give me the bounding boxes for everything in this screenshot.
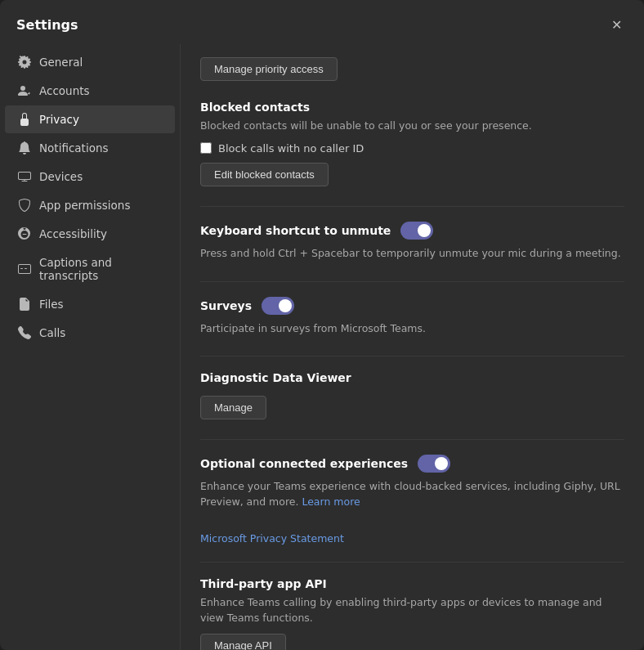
- diagnostic-section: Diagnostic Data Viewer Manage: [200, 371, 624, 419]
- shield-icon: [18, 199, 31, 212]
- sidebar-label-accounts: Accounts: [39, 84, 90, 97]
- dialog-body: General Accounts Privacy N: [0, 44, 644, 650]
- diagnostic-title: Diagnostic Data Viewer: [200, 371, 624, 384]
- optional-experiences-desc-text: Enhance your Teams experience with cloud…: [200, 480, 620, 508]
- surveys-title: Surveys: [200, 299, 252, 312]
- block-calls-checkbox[interactable]: [200, 142, 212, 154]
- files-icon: [18, 298, 31, 311]
- sidebar-label-general: General: [39, 56, 83, 69]
- sidebar-item-devices[interactable]: Devices: [5, 163, 175, 191]
- optional-experiences-section: Optional connected experiences Enhance y…: [200, 455, 624, 510]
- keyboard-shortcut-section: Keyboard shortcut to unmute Press and ho…: [200, 222, 624, 262]
- sidebar-label-files: Files: [39, 298, 64, 311]
- sidebar-label-devices: Devices: [39, 170, 83, 183]
- divider-5: [200, 562, 624, 563]
- surveys-desc: Participate in surveys from Microsoft Te…: [200, 321, 624, 337]
- devices-icon: [18, 170, 31, 183]
- bell-icon: [18, 141, 31, 155]
- block-calls-label[interactable]: Block calls with no caller ID: [218, 142, 364, 155]
- third-party-section: Third-party app API Enhance Teams callin…: [200, 577, 624, 650]
- dialog-title: Settings: [16, 17, 78, 33]
- sidebar-item-files[interactable]: Files: [5, 290, 175, 318]
- divider-1: [200, 206, 624, 207]
- sidebar-label-notifications: Notifications: [39, 141, 109, 155]
- surveys-toggle-thumb: [279, 299, 292, 312]
- third-party-title: Third-party app API: [200, 577, 624, 590]
- optional-experiences-desc: Enhance your Teams experience with cloud…: [200, 479, 624, 510]
- blocked-contacts-section: Blocked contacts Blocked contacts will b…: [200, 101, 624, 186]
- keyboard-shortcut-row: Keyboard shortcut to unmute: [200, 222, 624, 240]
- sidebar-label-captions: Captions and transcripts: [39, 256, 162, 282]
- main-content: Manage priority access Blocked contacts …: [180, 44, 644, 650]
- sidebar-item-accessibility[interactable]: Accessibility: [5, 220, 175, 248]
- sidebar-label-accessibility: Accessibility: [39, 227, 107, 240]
- blocked-contacts-title: Blocked contacts: [200, 101, 624, 114]
- divider-3: [200, 356, 624, 356]
- sidebar-item-general[interactable]: General: [5, 48, 175, 76]
- surveys-toggle[interactable]: [262, 297, 294, 315]
- keyboard-shortcut-desc: Press and hold Ctrl + Spacebar to tempor…: [200, 246, 624, 262]
- sidebar-label-privacy: Privacy: [39, 113, 79, 126]
- learn-more-link[interactable]: Learn more: [302, 495, 360, 508]
- accessibility-icon: [18, 227, 31, 240]
- manage-diagnostic-button[interactable]: Manage: [200, 396, 266, 419]
- keyboard-shortcut-toggle[interactable]: [400, 222, 433, 240]
- sidebar-item-privacy[interactable]: Privacy: [5, 105, 175, 133]
- divider-4: [200, 439, 624, 440]
- toggle-thumb: [418, 224, 431, 237]
- manage-api-button[interactable]: Manage API: [200, 634, 286, 650]
- optional-experiences-title: Optional connected experiences: [200, 457, 408, 470]
- sidebar-item-accounts[interactable]: Accounts: [5, 77, 175, 105]
- manage-priority-button[interactable]: Manage priority access: [200, 57, 338, 81]
- lock-icon: [18, 113, 31, 126]
- divider-2: [200, 281, 624, 282]
- edit-blocked-contacts-button[interactable]: Edit blocked contacts: [200, 163, 329, 186]
- blocked-contacts-desc: Blocked contacts will be unable to call …: [200, 119, 624, 134]
- calls-icon: [18, 326, 31, 339]
- sidebar-label-calls: Calls: [39, 326, 65, 339]
- dialog-header: Settings ✕: [0, 0, 644, 44]
- keyboard-shortcut-title: Keyboard shortcut to unmute: [200, 224, 391, 237]
- sidebar-item-app-permissions[interactable]: App permissions: [5, 191, 175, 219]
- optional-experiences-toggle[interactable]: [418, 455, 450, 473]
- captions-icon: [18, 262, 31, 276]
- gear-icon: [18, 56, 31, 69]
- accounts-icon: [18, 84, 31, 97]
- optional-experiences-row: Optional connected experiences: [200, 455, 624, 473]
- sidebar-item-captions[interactable]: Captions and transcripts: [5, 249, 175, 289]
- surveys-row: Surveys: [200, 297, 624, 315]
- privacy-statement-link[interactable]: Microsoft Privacy Statement: [200, 532, 344, 545]
- sidebar-label-app-permissions: App permissions: [39, 199, 130, 212]
- block-calls-row: Block calls with no caller ID: [200, 142, 624, 155]
- settings-dialog: Settings ✕ General Accounts: [0, 0, 644, 650]
- close-button[interactable]: ✕: [605, 13, 628, 36]
- surveys-section: Surveys Participate in surveys from Micr…: [200, 297, 624, 337]
- sidebar: General Accounts Privacy N: [0, 44, 180, 650]
- sidebar-item-notifications[interactable]: Notifications: [5, 134, 175, 162]
- sidebar-item-calls[interactable]: Calls: [5, 319, 175, 347]
- third-party-desc: Enhance Teams calling by enabling third-…: [200, 595, 624, 626]
